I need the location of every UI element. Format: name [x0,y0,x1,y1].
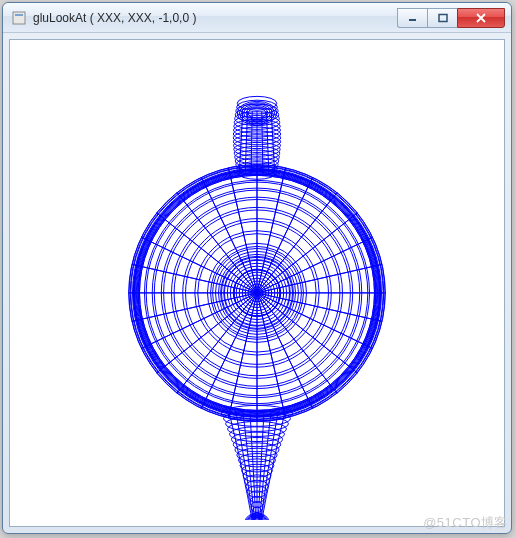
opengl-viewport [16,46,498,520]
app-icon [11,10,27,26]
teapot-wireframe [16,46,498,520]
svg-rect-0 [13,12,25,24]
svg-rect-3 [439,14,447,21]
maximize-button[interactable] [427,8,457,28]
window-title: gluLookAt ( XXX, XXX, -1,0,0 ) [33,11,397,25]
titlebar[interactable]: gluLookAt ( XXX, XXX, -1,0,0 ) [3,3,511,33]
client-area [9,39,505,527]
minimize-button[interactable] [397,8,427,28]
application-window: gluLookAt ( XXX, XXX, -1,0,0 ) [2,2,512,534]
window-controls [397,8,505,28]
close-button[interactable] [457,8,505,28]
svg-rect-1 [15,14,23,16]
